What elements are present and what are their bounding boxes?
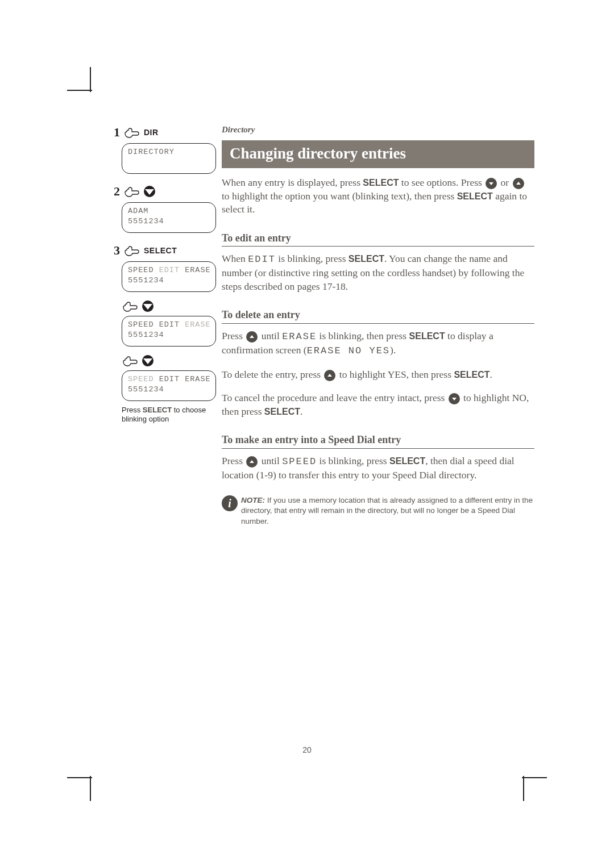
crop-mark (523, 776, 524, 801)
lcd-word-speed: SPEED (128, 266, 154, 274)
delete-paragraph-1: Press until ERASE is blinking, then pres… (222, 329, 534, 358)
lcd-word-speed: SPEED (128, 375, 154, 383)
text: Press (222, 455, 245, 466)
key-select: SELECT (349, 254, 384, 264)
up-arrow-icon (513, 178, 524, 189)
note-label: NOTE: (241, 496, 265, 504)
lcd-screen: ADAM 5551234 (122, 202, 216, 233)
text: When (222, 253, 248, 264)
note-block: i NOTE: If you use a memory location tha… (222, 495, 534, 527)
text: Press (222, 330, 245, 341)
delete-paragraph-3: To cancel the procedure and leave the en… (222, 391, 534, 418)
info-icon: i (222, 495, 238, 511)
key-select: SELECT (454, 370, 489, 379)
lcd-line: 5551234 (128, 330, 210, 340)
step-3: 3 SELECT SPEED EDIT ERASE 5551234 (114, 243, 216, 424)
step-label: SELECT (144, 246, 177, 255)
text: If you use a memory location that is alr… (241, 496, 533, 525)
note-text: NOTE: If you use a memory location that … (241, 495, 534, 527)
step-number: 2 (114, 184, 120, 199)
lcd-screen: SPEED EDIT ERASE 5551234 (122, 316, 216, 347)
press-icon (122, 300, 139, 312)
lcd-line: 5551234 (128, 385, 210, 395)
key-select: SELECT (457, 191, 493, 201)
down-arrow-icon (486, 178, 497, 189)
lcd-word-edit: EDIT (159, 320, 180, 329)
crop-mark (90, 67, 91, 92)
step-label: DIR (144, 128, 159, 137)
lcd-word: ERASE (282, 331, 317, 342)
down-arrow-icon (142, 355, 154, 366)
key-select: SELECT (389, 456, 425, 466)
section-heading-speed: To make an entry into a Speed Dial entry (222, 433, 534, 448)
step-caption: Press SELECT to choose blinking option (122, 406, 216, 424)
press-icon (123, 244, 140, 257)
crop-mark (67, 90, 92, 91)
lcd-word-speed: SPEED (128, 320, 154, 329)
text: until (259, 455, 282, 466)
page-number: 20 (0, 745, 614, 754)
key-select: SELECT (264, 407, 300, 416)
text: To delete the entry, press (222, 369, 323, 380)
lcd-line: ADAM (128, 206, 210, 216)
step-2: 2 ADAM 5551234 (114, 184, 216, 233)
down-arrow-icon (449, 393, 460, 404)
edit-paragraph: When EDIT is blinking, press SELECT. You… (222, 252, 534, 293)
speed-paragraph: Press until SPEED is blinking, press SEL… (222, 454, 534, 482)
caption-text: Press (122, 406, 143, 414)
text: to highlight YES, then press (337, 369, 454, 380)
step-number: 1 (114, 125, 120, 140)
delete-paragraph-2: To delete the entry, press to highlight … (222, 368, 534, 382)
lcd-word: ERASE NO YES (307, 345, 390, 356)
up-arrow-icon (246, 456, 258, 468)
up-arrow-icon (246, 331, 258, 343)
text: is blinking, then press (317, 330, 409, 341)
text: To cancel the procedure and leave the en… (222, 392, 447, 403)
lcd-line: 5551234 (128, 216, 210, 227)
crop-mark (67, 777, 92, 778)
text: to highlight the option you want (blinki… (222, 190, 457, 202)
lcd-line: DIRECTORY (128, 147, 210, 157)
intro-paragraph: When any entry is displayed, press SELEC… (222, 176, 534, 216)
key-select: SELECT (143, 406, 172, 414)
crop-mark (522, 777, 547, 778)
key-select: SELECT (409, 331, 445, 341)
lcd-word: EDIT (248, 254, 276, 265)
text: to see options. Press (399, 177, 484, 188)
press-icon (123, 126, 140, 139)
text: When any entry is displayed, press (222, 177, 363, 188)
text: until (259, 330, 282, 341)
up-arrow-icon (324, 370, 335, 381)
text: is blinking, press (276, 253, 349, 264)
down-arrow-icon (142, 301, 154, 312)
key-select: SELECT (363, 178, 399, 187)
text: . (300, 406, 302, 417)
lcd-screen: SPEED EDIT ERASE 5551234 (122, 370, 216, 401)
lcd-word-erase: ERASE (185, 375, 211, 383)
page-title: Changing directory entries (222, 140, 534, 168)
text: or (498, 177, 511, 188)
breadcrumb: Directory (222, 125, 534, 135)
section-heading-delete: To delete an entry (222, 308, 534, 323)
step-1: 1 DIR DIRECTORY (114, 125, 216, 174)
text: . (490, 369, 492, 380)
lcd-word: SPEED (282, 456, 317, 467)
down-arrow-icon (144, 186, 155, 197)
lcd-screen: SPEED EDIT ERASE 5551234 (122, 261, 216, 292)
text: is blinking, press (317, 455, 389, 466)
text: ). (390, 344, 396, 356)
lcd-word-erase: ERASE (185, 266, 211, 274)
lcd-screen: DIRECTORY (122, 143, 216, 174)
press-icon (123, 185, 140, 198)
press-icon (122, 354, 139, 367)
section-heading-edit: To edit an entry (222, 231, 534, 247)
lcd-word-edit: EDIT (159, 375, 180, 383)
lcd-word-erase: ERASE (185, 320, 211, 329)
lcd-word-edit: EDIT (159, 266, 180, 274)
step-number: 3 (114, 243, 120, 258)
crop-mark (90, 776, 91, 801)
lcd-line: 5551234 (128, 276, 210, 286)
